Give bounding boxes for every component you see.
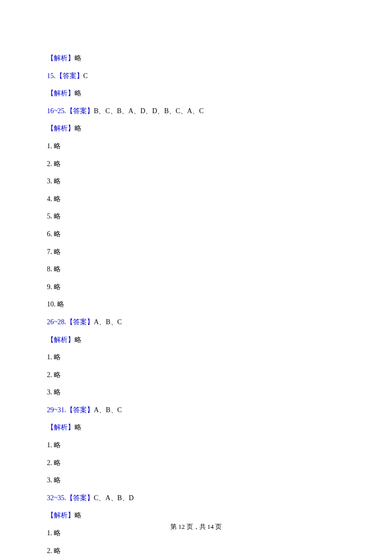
text-line: 1. 略 xyxy=(47,440,345,450)
text-line: 7. 略 xyxy=(47,247,345,257)
text-line: 16~25.【答案】B、C、B、A、D、D、B、C、A、C xyxy=(47,106,345,116)
text-line: 【解析】略 xyxy=(47,423,345,432)
text-line: 【解析】略 xyxy=(47,511,345,520)
text-line: 3. 略 xyxy=(47,387,345,397)
text-line: 2. 略 xyxy=(47,546,345,555)
text-line: 10. 略 xyxy=(47,299,345,309)
text-line: 【解析】略 xyxy=(47,88,345,98)
text-line: 2. 略 xyxy=(47,159,345,169)
text-line: 2. 略 xyxy=(47,458,345,468)
document-content: 【解析】略15.【答案】C【解析】略16~25.【答案】B、C、B、A、D、D、… xyxy=(47,53,345,555)
text-line: 26~28.【答案】A、B、C xyxy=(47,317,345,327)
text-line: 6. 略 xyxy=(47,229,345,239)
text-line: 【解析】略 xyxy=(47,335,345,345)
text-line: 3. 略 xyxy=(47,176,345,186)
text-line: 5. 略 xyxy=(47,212,345,221)
text-line: 8. 略 xyxy=(47,264,345,274)
text-line: 1. 略 xyxy=(47,352,345,362)
text-line: 2. 略 xyxy=(47,370,345,380)
page-footer: 第 12 页，共 14 页 xyxy=(0,522,392,531)
text-line: 【解析】略 xyxy=(47,53,345,63)
text-line: 3. 略 xyxy=(47,475,345,485)
text-line: 29~31.【答案】A、B、C xyxy=(47,405,345,415)
text-line: 【解析】略 xyxy=(47,124,345,133)
text-line: 32~35.【答案】C、A、B、D xyxy=(47,493,345,503)
text-line: 15.【答案】C xyxy=(47,71,345,81)
text-line: 9. 略 xyxy=(47,282,345,292)
text-line: 1. 略 xyxy=(47,141,345,151)
text-line: 4. 略 xyxy=(47,194,345,204)
